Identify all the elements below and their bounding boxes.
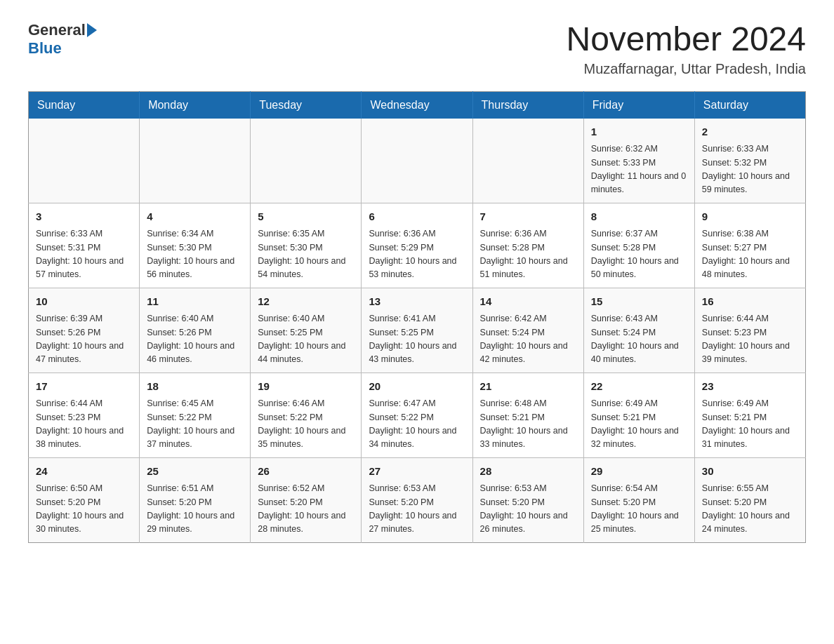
calendar-cell: 20Sunrise: 6:47 AM Sunset: 5:22 PM Dayli…: [362, 373, 472, 457]
logo-general: General: [28, 21, 86, 39]
day-number: 4: [147, 209, 243, 225]
calendar-cell: [472, 119, 583, 203]
calendar-cell: 12Sunrise: 6:40 AM Sunset: 5:25 PM Dayli…: [251, 288, 362, 373]
calendar-cell: 5Sunrise: 6:35 AM Sunset: 5:30 PM Daylig…: [251, 203, 362, 288]
calendar-cell: 6Sunrise: 6:36 AM Sunset: 5:29 PM Daylig…: [362, 203, 472, 288]
day-number: 18: [147, 379, 243, 395]
calendar-cell: 14Sunrise: 6:42 AM Sunset: 5:24 PM Dayli…: [472, 288, 583, 373]
day-info: Sunrise: 6:36 AM Sunset: 5:29 PM Dayligh…: [369, 227, 465, 282]
day-info: Sunrise: 6:47 AM Sunset: 5:22 PM Dayligh…: [369, 397, 465, 452]
calendar-cell: [29, 119, 140, 203]
calendar-table: SundayMondayTuesdayWednesdayThursdayFrid…: [28, 91, 806, 543]
calendar-cell: [140, 119, 251, 203]
day-info: Sunrise: 6:49 AM Sunset: 5:21 PM Dayligh…: [702, 397, 798, 452]
day-number: 24: [36, 464, 132, 480]
day-number: 27: [369, 464, 465, 480]
day-info: Sunrise: 6:48 AM Sunset: 5:21 PM Dayligh…: [480, 397, 576, 452]
weekday-header-sunday: Sunday: [29, 91, 140, 119]
weekday-header-monday: Monday: [140, 91, 251, 119]
calendar-cell: 3Sunrise: 6:33 AM Sunset: 5:31 PM Daylig…: [29, 203, 140, 288]
logo-blue: Blue: [28, 39, 97, 58]
weekday-header-thursday: Thursday: [472, 91, 583, 119]
calendar-week-row: 3Sunrise: 6:33 AM Sunset: 5:31 PM Daylig…: [29, 203, 806, 288]
calendar-cell: [362, 119, 472, 203]
day-info: Sunrise: 6:42 AM Sunset: 5:24 PM Dayligh…: [480, 312, 576, 367]
day-info: Sunrise: 6:52 AM Sunset: 5:20 PM Dayligh…: [258, 482, 354, 537]
day-info: Sunrise: 6:51 AM Sunset: 5:20 PM Dayligh…: [147, 482, 243, 537]
day-info: Sunrise: 6:44 AM Sunset: 5:23 PM Dayligh…: [36, 397, 132, 452]
day-info: Sunrise: 6:33 AM Sunset: 5:31 PM Dayligh…: [36, 227, 132, 282]
day-number: 15: [591, 294, 687, 310]
day-info: Sunrise: 6:53 AM Sunset: 5:20 PM Dayligh…: [369, 482, 465, 537]
calendar-cell: [251, 119, 362, 203]
day-info: Sunrise: 6:37 AM Sunset: 5:28 PM Dayligh…: [591, 227, 687, 282]
day-number: 19: [258, 379, 354, 395]
calendar-cell: 8Sunrise: 6:37 AM Sunset: 5:28 PM Daylig…: [583, 203, 694, 288]
day-number: 8: [591, 209, 687, 225]
day-number: 23: [702, 379, 798, 395]
day-info: Sunrise: 6:55 AM Sunset: 5:20 PM Dayligh…: [702, 482, 798, 537]
day-number: 28: [480, 464, 576, 480]
calendar-cell: 9Sunrise: 6:38 AM Sunset: 5:27 PM Daylig…: [694, 203, 805, 288]
logo-triangle-icon: [87, 23, 97, 37]
calendar-cell: 25Sunrise: 6:51 AM Sunset: 5:20 PM Dayli…: [140, 457, 251, 542]
calendar-cell: 7Sunrise: 6:36 AM Sunset: 5:28 PM Daylig…: [472, 203, 583, 288]
weekday-header-tuesday: Tuesday: [251, 91, 362, 119]
day-number: 2: [702, 124, 798, 140]
day-info: Sunrise: 6:39 AM Sunset: 5:26 PM Dayligh…: [36, 312, 132, 367]
day-info: Sunrise: 6:43 AM Sunset: 5:24 PM Dayligh…: [591, 312, 687, 367]
logo: General Blue: [28, 21, 97, 58]
calendar-cell: 23Sunrise: 6:49 AM Sunset: 5:21 PM Dayli…: [694, 373, 805, 457]
day-number: 20: [369, 379, 465, 395]
day-number: 7: [480, 209, 576, 225]
weekday-header-saturday: Saturday: [694, 91, 805, 119]
day-number: 10: [36, 294, 132, 310]
day-info: Sunrise: 6:34 AM Sunset: 5:30 PM Dayligh…: [147, 227, 243, 282]
calendar-cell: 30Sunrise: 6:55 AM Sunset: 5:20 PM Dayli…: [694, 457, 805, 542]
day-info: Sunrise: 6:36 AM Sunset: 5:28 PM Dayligh…: [480, 227, 576, 282]
day-number: 9: [702, 209, 798, 225]
day-number: 6: [369, 209, 465, 225]
weekday-header-friday: Friday: [583, 91, 694, 119]
calendar-cell: 27Sunrise: 6:53 AM Sunset: 5:20 PM Dayli…: [362, 457, 472, 542]
location-subtitle: Muzaffarnagar, Uttar Pradesh, India: [566, 61, 806, 77]
day-number: 21: [480, 379, 576, 395]
calendar-cell: 28Sunrise: 6:53 AM Sunset: 5:20 PM Dayli…: [472, 457, 583, 542]
weekday-header-row: SundayMondayTuesdayWednesdayThursdayFrid…: [29, 91, 806, 119]
calendar-cell: 4Sunrise: 6:34 AM Sunset: 5:30 PM Daylig…: [140, 203, 251, 288]
day-number: 26: [258, 464, 354, 480]
calendar-cell: 26Sunrise: 6:52 AM Sunset: 5:20 PM Dayli…: [251, 457, 362, 542]
calendar-cell: 17Sunrise: 6:44 AM Sunset: 5:23 PM Dayli…: [29, 373, 140, 457]
day-number: 17: [36, 379, 132, 395]
calendar-cell: 10Sunrise: 6:39 AM Sunset: 5:26 PM Dayli…: [29, 288, 140, 373]
day-info: Sunrise: 6:50 AM Sunset: 5:20 PM Dayligh…: [36, 482, 132, 537]
calendar-cell: 22Sunrise: 6:49 AM Sunset: 5:21 PM Dayli…: [583, 373, 694, 457]
day-number: 30: [702, 464, 798, 480]
day-info: Sunrise: 6:35 AM Sunset: 5:30 PM Dayligh…: [258, 227, 354, 282]
page-header: General Blue November 2024 Muzaffarnagar…: [28, 21, 806, 77]
day-info: Sunrise: 6:33 AM Sunset: 5:32 PM Dayligh…: [702, 142, 798, 197]
month-year-title: November 2024: [566, 21, 806, 58]
calendar-cell: 21Sunrise: 6:48 AM Sunset: 5:21 PM Dayli…: [472, 373, 583, 457]
day-info: Sunrise: 6:40 AM Sunset: 5:25 PM Dayligh…: [258, 312, 354, 367]
calendar-cell: 13Sunrise: 6:41 AM Sunset: 5:25 PM Dayli…: [362, 288, 472, 373]
weekday-header-wednesday: Wednesday: [362, 91, 472, 119]
day-info: Sunrise: 6:49 AM Sunset: 5:21 PM Dayligh…: [591, 397, 687, 452]
day-number: 14: [480, 294, 576, 310]
calendar-cell: 1Sunrise: 6:32 AM Sunset: 5:33 PM Daylig…: [583, 119, 694, 203]
day-number: 11: [147, 294, 243, 310]
calendar-cell: 18Sunrise: 6:45 AM Sunset: 5:22 PM Dayli…: [140, 373, 251, 457]
day-info: Sunrise: 6:54 AM Sunset: 5:20 PM Dayligh…: [591, 482, 687, 537]
calendar-week-row: 24Sunrise: 6:50 AM Sunset: 5:20 PM Dayli…: [29, 457, 806, 542]
day-info: Sunrise: 6:45 AM Sunset: 5:22 PM Dayligh…: [147, 397, 243, 452]
calendar-cell: 2Sunrise: 6:33 AM Sunset: 5:32 PM Daylig…: [694, 119, 805, 203]
day-number: 22: [591, 379, 687, 395]
calendar-week-row: 10Sunrise: 6:39 AM Sunset: 5:26 PM Dayli…: [29, 288, 806, 373]
day-info: Sunrise: 6:46 AM Sunset: 5:22 PM Dayligh…: [258, 397, 354, 452]
day-info: Sunrise: 6:44 AM Sunset: 5:23 PM Dayligh…: [702, 312, 798, 367]
title-area: November 2024 Muzaffarnagar, Uttar Prade…: [566, 21, 806, 77]
day-number: 1: [591, 124, 687, 140]
calendar-cell: 24Sunrise: 6:50 AM Sunset: 5:20 PM Dayli…: [29, 457, 140, 542]
calendar-cell: 29Sunrise: 6:54 AM Sunset: 5:20 PM Dayli…: [583, 457, 694, 542]
calendar-week-row: 1Sunrise: 6:32 AM Sunset: 5:33 PM Daylig…: [29, 119, 806, 203]
